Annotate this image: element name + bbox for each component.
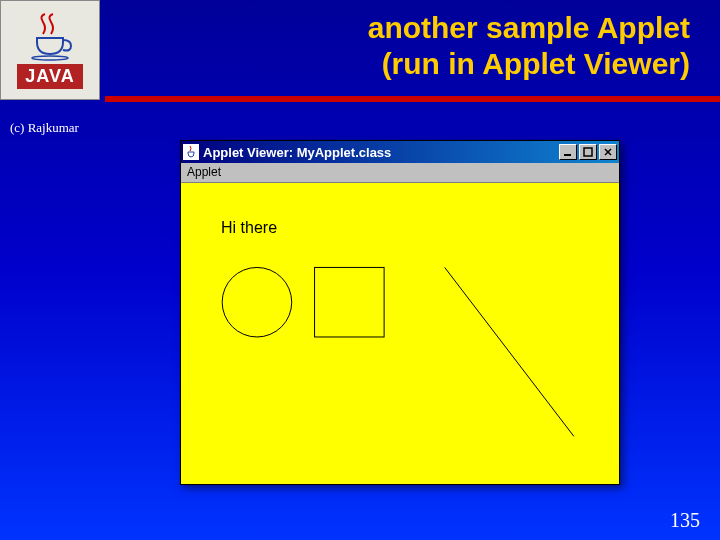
svg-point-0 (32, 56, 68, 60)
svg-rect-2 (584, 148, 592, 156)
window-icon (183, 144, 199, 160)
circle-shape (222, 267, 292, 337)
menu-bar: Applet (181, 163, 619, 183)
java-cup-icon (25, 12, 75, 62)
close-icon (603, 147, 613, 157)
minimize-icon (563, 147, 573, 157)
close-button[interactable] (599, 144, 617, 160)
title-line-1: another sample Applet (110, 10, 690, 46)
line-shape (445, 267, 574, 436)
copyright-text: (c) Rajkumar (10, 120, 79, 136)
menu-item-applet[interactable]: Applet (187, 165, 221, 179)
java-logo-text: JAVA (17, 64, 82, 89)
window-controls (559, 144, 617, 160)
square-shape (315, 267, 385, 337)
slide-number: 135 (670, 509, 700, 532)
divider-rule (105, 96, 720, 102)
window-titlebar[interactable]: Applet Viewer: MyApplet.class (181, 141, 619, 163)
slide-title: another sample Applet (run in Applet Vie… (110, 10, 710, 82)
applet-viewer-window: Applet Viewer: MyApplet.class Applet Hi … (180, 140, 620, 485)
applet-drawing (181, 183, 619, 484)
title-line-2: (run in Applet Viewer) (110, 46, 690, 82)
applet-canvas: Hi there (181, 183, 619, 484)
maximize-icon (583, 147, 593, 157)
minimize-button[interactable] (559, 144, 577, 160)
window-title: Applet Viewer: MyApplet.class (203, 145, 559, 160)
java-logo: JAVA (0, 0, 100, 100)
maximize-button[interactable] (579, 144, 597, 160)
